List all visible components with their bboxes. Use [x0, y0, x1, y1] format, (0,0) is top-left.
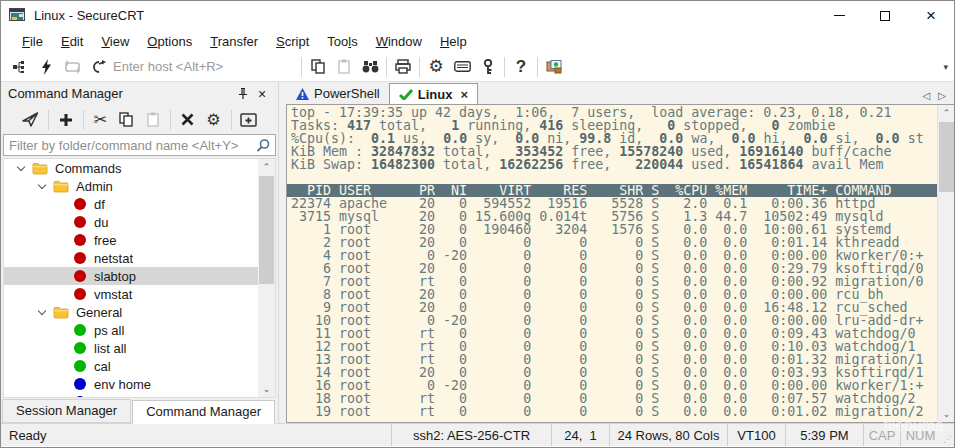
terminal-scroll-down-icon[interactable]: ⌄ — [938, 406, 955, 422]
resize-grip[interactable]: ⋰ — [940, 424, 954, 446]
securecrt-window: Linux - SecureCRT × FileEditViewOptionsT… — [0, 0, 955, 448]
delete-command-icon[interactable] — [176, 109, 200, 131]
tree-item-label: df — [94, 197, 105, 212]
filter-input[interactable] — [4, 138, 256, 153]
command-dot-icon — [74, 288, 86, 300]
bottom-tab-session-manager[interactable]: Session Manager — [2, 399, 131, 423]
command-manager-header: Command Manager × — [1, 82, 278, 105]
menu-window[interactable]: Window — [367, 32, 431, 51]
status-cell-0: ssh2: AES-256-CTR — [391, 424, 551, 446]
tree-command-slabtop[interactable]: slabtop — [4, 267, 258, 285]
tree-command-du[interactable]: du — [4, 213, 258, 231]
panel-title: Command Manager — [8, 86, 232, 101]
menu-view[interactable]: View — [92, 32, 138, 51]
tree-item-label: du — [94, 215, 108, 230]
tree-command-cal[interactable]: cal — [4, 357, 258, 375]
keymap-icon[interactable] — [449, 55, 475, 79]
tree-item-label: cal — [94, 359, 111, 374]
help-icon[interactable]: ? — [508, 55, 534, 79]
tree-command-env-home[interactable]: env home — [4, 375, 258, 393]
chevron-expanded-icon[interactable] — [38, 180, 46, 188]
session-tab-linux[interactable]: Linux× — [389, 83, 478, 104]
menu-transfer[interactable]: Transfer — [201, 32, 267, 51]
session-tab-bar: PowerShellLinux× ◁ ▷ — [286, 82, 954, 104]
tree-scroll-thumb[interactable] — [259, 176, 274, 284]
bottom-tab-command-manager[interactable]: Command Manager — [132, 400, 275, 424]
session-tab-powershell[interactable]: PowerShell — [287, 83, 389, 104]
session-options-icon[interactable] — [541, 55, 567, 79]
tab-scroll-right-icon[interactable]: ▷ — [938, 90, 946, 101]
tree-command-free[interactable]: free — [4, 231, 258, 249]
terminal-process-row: 19 root rt 0 0 0 0 S 0.0 0.0 0:01.02 mig… — [291, 405, 937, 418]
tree-command-env-path[interactable]: env path — [4, 393, 258, 397]
session-manager-icon[interactable] — [7, 55, 33, 79]
command-options-gear-icon[interactable]: ⚙ — [202, 109, 226, 131]
filter-field — [3, 134, 276, 156]
tree-command-list-all[interactable]: list all — [4, 339, 258, 357]
copy-icon[interactable] — [305, 55, 331, 79]
status-cell-2: 24 Rows, 80 Cols — [609, 424, 727, 446]
toolbar-overflow-arrow[interactable]: ▾ — [943, 62, 948, 72]
status-ready: Ready — [1, 424, 391, 446]
command-dot-icon — [74, 396, 86, 397]
tree-scroll-down-icon[interactable]: ⌄ — [258, 381, 275, 397]
tab-close-icon[interactable]: × — [460, 87, 468, 102]
search-icon[interactable] — [256, 138, 275, 153]
close-button[interactable]: × — [908, 1, 954, 30]
menu-tools[interactable]: Tools — [318, 32, 366, 51]
command-dot-icon — [74, 270, 86, 282]
paste-icon[interactable] — [331, 55, 357, 79]
menu-script[interactable]: Script — [267, 32, 318, 51]
cut-icon[interactable]: ✂ — [89, 109, 113, 131]
tree-folder-Commands[interactable]: Commands — [4, 159, 258, 177]
key-icon[interactable] — [475, 55, 501, 79]
command-dot-icon — [74, 216, 86, 228]
reconnect-icon[interactable] — [59, 55, 85, 79]
folder-icon — [32, 162, 48, 175]
chevron-expanded-icon[interactable] — [17, 162, 25, 170]
tree-scroll-up-icon[interactable]: ⌃ — [258, 159, 275, 175]
panel-close-icon[interactable]: × — [252, 85, 272, 103]
command-toolbar: ✂ ⚙ — [1, 105, 278, 134]
tree-folder-General[interactable]: General — [4, 303, 258, 321]
terminal-scroll-thumb[interactable] — [939, 122, 954, 192]
terminal-screen[interactable]: top - 17:39:35 up 42 days, 1:06, 7 users… — [287, 105, 937, 422]
new-folder-icon[interactable] — [237, 109, 261, 131]
paste-command-icon[interactable] — [141, 109, 165, 131]
status-bar: Readyssh2: AES-256-CTR24, 124 Rows, 80 C… — [1, 423, 954, 446]
copy-command-icon[interactable] — [115, 109, 139, 131]
status-num-indicator: NUM — [900, 424, 940, 446]
terminal-summary-line: KiB Swap: 16482300 total, 16262256 free,… — [291, 158, 937, 171]
tree-item-label: General — [76, 305, 122, 320]
tree-command-ps-all[interactable]: ps all — [4, 321, 258, 339]
menu-options[interactable]: Options — [138, 32, 201, 51]
options-gear-icon[interactable]: ⚙ — [423, 55, 449, 79]
maximize-button[interactable] — [862, 1, 908, 30]
folder-icon — [53, 180, 69, 193]
chevron-expanded-icon[interactable] — [38, 306, 46, 314]
tree-scrollbar[interactable]: ⌃ ⌄ — [258, 159, 275, 397]
panel-splitter[interactable] — [279, 82, 286, 423]
menu-file[interactable]: File — [13, 32, 52, 51]
tree-command-netstat[interactable]: netstat — [4, 249, 258, 267]
add-command-icon[interactable] — [54, 109, 78, 131]
folder-icon — [53, 306, 69, 319]
pin-icon[interactable] — [232, 85, 252, 103]
find-icon[interactable] — [357, 55, 383, 79]
tree-command-vmstat[interactable]: vmstat — [4, 285, 258, 303]
tree-folder-Admin[interactable]: Admin — [4, 177, 258, 195]
print-icon[interactable] — [390, 55, 416, 79]
menu-edit[interactable]: Edit — [52, 32, 92, 51]
session-tab-label: PowerShell — [314, 86, 380, 101]
send-command-icon[interactable] — [19, 109, 43, 131]
tab-scroll-left-icon[interactable]: ◁ — [923, 90, 931, 101]
terminal-scrollbar[interactable]: ⌃ ⌄ — [937, 105, 954, 422]
host-input[interactable] — [113, 59, 298, 74]
menu-help[interactable]: Help — [431, 32, 476, 51]
disconnect-icon[interactable] — [85, 55, 111, 79]
tree-item-label: env home — [94, 377, 151, 392]
minimize-button[interactable] — [816, 1, 862, 30]
tree-command-df[interactable]: df — [4, 195, 258, 213]
quick-connect-icon[interactable] — [33, 55, 59, 79]
terminal-scroll-up-icon[interactable]: ⌃ — [938, 105, 955, 121]
